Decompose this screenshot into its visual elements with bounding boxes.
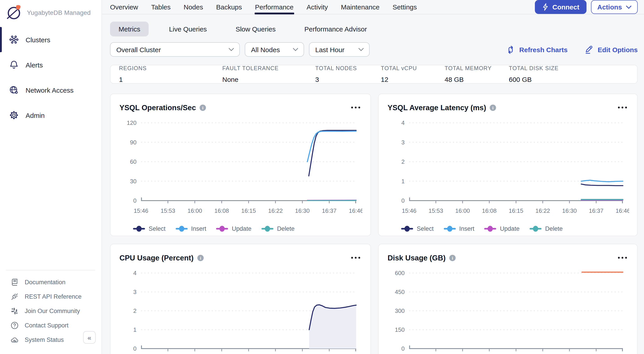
yugabyte-logo-icon: [5, 3, 23, 22]
nodes-select[interactable]: All Nodes: [245, 42, 304, 57]
svg-text:16:08: 16:08: [214, 207, 229, 214]
sidebar-item-clusters[interactable]: Clusters: [0, 27, 102, 52]
legend-marker-icon: [484, 225, 496, 232]
chevron-down-icon: [358, 48, 364, 51]
chart-header: YSQL Average Latency (ms) i: [388, 94, 628, 117]
svg-text:16:08: 16:08: [482, 207, 496, 214]
refresh-charts-button[interactable]: Refresh Charts: [506, 45, 568, 54]
svg-text:120: 120: [127, 119, 136, 126]
time-range-select[interactable]: Last Hour: [309, 42, 370, 57]
svg-text:i: i: [452, 256, 453, 260]
sidebar-collapse-button[interactable]: «: [83, 331, 96, 344]
chevron-down-icon: [293, 48, 298, 51]
svg-text:300: 300: [395, 307, 405, 314]
svg-text:450: 450: [395, 289, 405, 295]
cluster-tabs-bar: Overview Tables Nodes Backups Performanc…: [102, 0, 644, 14]
refresh-icon: [506, 45, 515, 54]
footer-item-label: System Status: [25, 336, 64, 343]
sidebar-item-support[interactable]: Contact Support: [0, 318, 102, 332]
info-icon[interactable]: i: [197, 254, 204, 261]
stat-total-memory: TOTAL MEMORY 48 GB: [444, 65, 509, 83]
legend-marker-icon: [175, 225, 188, 232]
tab-backups[interactable]: Backups: [216, 0, 242, 14]
cloud-status-icon: [10, 335, 19, 344]
svg-text:600: 600: [395, 270, 405, 276]
sidebar-item-documentation[interactable]: Documentation: [0, 275, 102, 289]
legend-marker-icon: [444, 225, 456, 232]
legend-marker-icon: [530, 225, 542, 232]
chart-legend: SelectInsertUpdateDelete: [133, 225, 362, 232]
topbar-actions: Connect Actions: [535, 0, 638, 14]
cluster-tabs: Overview Tables Nodes Backups Performanc…: [110, 0, 417, 14]
charts-grid: YSQL Operations/Sec i 030609012015:4615:…: [110, 94, 638, 354]
cluster-scope-select[interactable]: Overall Cluster: [110, 42, 240, 57]
main-content: Overview Tables Nodes Backups Performanc…: [102, 0, 644, 354]
svg-text:16:46: 16:46: [616, 207, 629, 214]
sidebar-item-community[interactable]: Join Our Community: [0, 304, 102, 318]
ysql-latency-line-chart: 0123415:4615:5316:0016:0816:1516:2216:30…: [388, 117, 629, 221]
sidebar-spacer: [0, 128, 102, 270]
legend-marker-icon: [261, 225, 274, 232]
tab-nodes[interactable]: Nodes: [184, 0, 203, 14]
pencil-icon: [585, 45, 594, 54]
chart-card-ysql-operations: YSQL Operations/Sec i 030609012015:4615:…: [110, 94, 371, 236]
svg-text:16:15: 16:15: [508, 207, 523, 214]
book-icon: [10, 278, 19, 286]
footer-item-label: Contact Support: [25, 322, 68, 328]
legend-item-insert[interactable]: Insert: [175, 225, 206, 232]
chart-menu-button[interactable]: [616, 104, 628, 111]
sidebar-item-label: Network Access: [26, 86, 74, 94]
ysql-operations-line-chart: 030609012015:4615:5316:0016:0816:1516:22…: [120, 117, 362, 221]
chart-header: Disk Usage (GB) i: [388, 244, 628, 268]
footer-item-label: Join Our Community: [25, 307, 80, 314]
chevron-down-icon: [228, 48, 234, 51]
svg-text:0: 0: [134, 345, 136, 352]
legend-item-insert[interactable]: Insert: [444, 225, 474, 232]
sidebar-nav: Clusters Alerts: [0, 27, 102, 128]
chart-menu-button[interactable]: [350, 104, 362, 111]
sidebar: YugabyteDB Managed Clusters: [0, 0, 102, 354]
tab-settings[interactable]: Settings: [392, 0, 417, 14]
svg-text:16:46: 16:46: [349, 207, 362, 214]
clusters-icon: [9, 35, 19, 45]
filter-links: Refresh Charts Edit Options: [506, 45, 638, 54]
sidebar-item-rest-api[interactable]: REST API Reference: [0, 289, 102, 304]
chart-menu-button[interactable]: [350, 255, 362, 261]
svg-text:60: 60: [130, 158, 136, 165]
tab-overview[interactable]: Overview: [110, 0, 138, 14]
edit-options-button[interactable]: Edit Options: [585, 45, 638, 54]
legend-item-update[interactable]: Update: [216, 225, 252, 232]
info-icon[interactable]: i: [449, 254, 456, 261]
legend-item-select[interactable]: Select: [133, 225, 166, 232]
actions-button[interactable]: Actions: [591, 0, 638, 14]
tab-maintenance[interactable]: Maintenance: [341, 0, 380, 14]
svg-text:16:37: 16:37: [322, 207, 336, 214]
stat-total-disk: TOTAL DISK SIZE 600 GB: [509, 65, 559, 83]
legend-item-delete[interactable]: Delete: [261, 225, 294, 232]
tab-tables[interactable]: Tables: [151, 0, 171, 14]
legend-item-select[interactable]: Select: [401, 225, 434, 232]
subtab-slow-queries[interactable]: Slow Queries: [227, 22, 284, 37]
legend-item-delete[interactable]: Delete: [530, 225, 563, 232]
svg-text:i: i: [492, 105, 494, 110]
svg-text:1: 1: [402, 178, 405, 185]
info-icon[interactable]: i: [490, 104, 496, 111]
info-icon[interactable]: i: [200, 104, 206, 111]
chart-menu-button[interactable]: [616, 255, 628, 261]
connect-button[interactable]: Connect: [535, 0, 586, 14]
sidebar-item-network-access[interactable]: Network Access: [0, 77, 102, 103]
sidebar-item-alerts[interactable]: Alerts: [0, 52, 102, 77]
sidebar-item-admin[interactable]: Admin: [0, 103, 102, 128]
subtab-metrics[interactable]: Metrics: [110, 22, 149, 37]
stat-regions: REGIONS 1: [119, 65, 222, 83]
tab-performance[interactable]: Performance: [255, 0, 294, 14]
legend-item-update[interactable]: Update: [484, 225, 520, 232]
svg-text:16:22: 16:22: [535, 207, 550, 214]
tab-activity[interactable]: Activity: [306, 0, 328, 14]
legend-marker-icon: [216, 225, 228, 232]
subtab-performance-advisor[interactable]: Performance Advisor: [296, 22, 376, 37]
svg-text:150: 150: [395, 326, 405, 333]
subtab-live-queries[interactable]: Live Queries: [160, 22, 215, 37]
svg-text:16:15: 16:15: [241, 207, 256, 214]
sidebar-item-label: Clusters: [26, 36, 50, 43]
